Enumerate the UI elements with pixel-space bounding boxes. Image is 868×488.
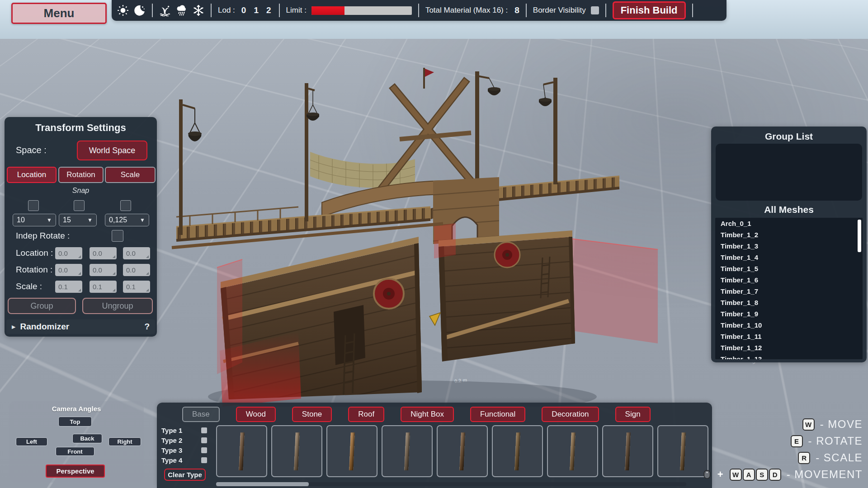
location-z-input[interactable]: 0.0	[123, 247, 150, 259]
scale-z-input[interactable]: 0.1	[123, 281, 150, 293]
rotation-x-input[interactable]: 0.0	[55, 264, 82, 276]
type-checkbox[interactable]	[201, 447, 207, 453]
camera-right-button[interactable]: Right	[108, 437, 141, 446]
mesh-thumbnail[interactable]	[326, 425, 377, 477]
finish-build-button[interactable]: Finish Build	[613, 1, 686, 19]
type-checkbox[interactable]	[201, 457, 207, 463]
divider	[279, 4, 280, 17]
camera-top-button[interactable]: Top	[58, 417, 92, 427]
moon-icon[interactable]	[134, 5, 146, 16]
limit-progress-bar	[311, 6, 412, 15]
camera-left-button[interactable]: Left	[16, 437, 47, 446]
location-x-input[interactable]: 0.0	[55, 247, 82, 259]
tab-location[interactable]: Location	[7, 167, 57, 183]
mesh-thumbnail[interactable]	[547, 425, 598, 477]
plank-image	[514, 432, 520, 470]
mesh-thumbnail[interactable]	[216, 425, 267, 477]
snap-rotation-checkbox[interactable]	[74, 200, 85, 211]
type-checkbox[interactable]	[201, 427, 207, 433]
snap-scale-dropdown[interactable]: 0,125 ▼	[105, 214, 149, 226]
tab-base[interactable]: Base	[182, 407, 220, 422]
mesh-item[interactable]: Timber_1_9	[715, 308, 863, 319]
snap-location-dropdown[interactable]: 10 ▼	[13, 214, 56, 226]
tab-sign[interactable]: Sign	[615, 407, 651, 422]
divider	[526, 4, 527, 17]
mesh-item[interactable]: Timber_1_5	[715, 263, 863, 274]
tab-rotation[interactable]: Rotation	[58, 167, 104, 183]
group-list-box[interactable]	[716, 144, 862, 201]
mesh-item[interactable]: Timber_1_4	[715, 252, 863, 263]
island-icon[interactable]	[159, 5, 171, 16]
mesh-item[interactable]: Timber_1_13	[715, 353, 863, 359]
scale-x-input[interactable]: 0.1	[55, 281, 82, 293]
tab-roof[interactable]: Roof	[348, 407, 384, 422]
mesh-item[interactable]: Timber_1_8	[715, 297, 863, 308]
snap-rotation-dropdown[interactable]: 15 ▼	[59, 214, 97, 226]
limit-label: Limit :	[286, 6, 307, 15]
type-row: Type 3	[161, 445, 207, 455]
menu-button[interactable]: Menu	[11, 3, 107, 24]
tab-wood[interactable]: Wood	[236, 407, 276, 422]
ungroup-button[interactable]: Ungroup	[82, 298, 153, 314]
transform-settings-panel: Transform Settings Space : World Space L…	[5, 117, 157, 337]
type-checkbox[interactable]	[201, 437, 207, 443]
tab-functional[interactable]: Functional	[470, 407, 525, 422]
rotation-z-input[interactable]: 0.0	[123, 264, 150, 276]
mesh-thumbnail[interactable]	[657, 425, 708, 477]
tab-stone[interactable]: Stone	[292, 407, 332, 422]
caret-right-icon: ▶	[12, 324, 15, 330]
snap-location-checkbox[interactable]	[28, 200, 39, 211]
group-button[interactable]: Group	[8, 298, 76, 314]
border-visibility-checkbox[interactable]	[591, 6, 599, 14]
scale-y-input[interactable]: 0.1	[90, 281, 117, 293]
mesh-item[interactable]: Timber_1_12	[715, 342, 863, 353]
tab-scale[interactable]: Scale	[105, 167, 156, 183]
camera-perspective-button[interactable]: Perspective	[46, 465, 105, 478]
mesh-thumbnail[interactable]	[271, 425, 322, 477]
mesh-item[interactable]: Timber_1_2	[715, 229, 863, 240]
snap-scale-checkbox[interactable]	[120, 200, 131, 211]
tab-night-box[interactable]: Night Box	[401, 407, 454, 422]
mesh-item[interactable]: Timber_1_7	[715, 286, 863, 297]
mesh-thumbnail[interactable]	[382, 425, 433, 477]
clear-type-button[interactable]: Clear Type	[164, 469, 206, 481]
mesh-list-scrollbar[interactable]	[858, 220, 861, 252]
rotation-y-input[interactable]: 0.0	[90, 264, 117, 276]
viewport-structure	[163, 45, 705, 407]
key-r: R	[798, 452, 810, 464]
mesh-thumbnail[interactable]	[602, 425, 653, 477]
sun-icon[interactable]	[117, 5, 129, 16]
mesh-thumbnail[interactable]	[492, 425, 543, 477]
mesh-item[interactable]: Timber_1_11	[715, 331, 863, 342]
lod-1-button[interactable]: 1	[254, 5, 259, 15]
camera-back-button[interactable]: Back	[72, 434, 102, 443]
thumbnail-scrollbar-track[interactable]	[216, 482, 686, 486]
randomizer-help-button[interactable]: ?	[144, 322, 150, 332]
hint-label: - ROTATE	[808, 435, 863, 447]
mesh-item[interactable]: Timber_1_10	[715, 319, 863, 331]
type-row: Type 4	[161, 455, 207, 465]
lod-0-button[interactable]: 0	[241, 5, 246, 15]
world-space-button[interactable]: World Space	[77, 141, 147, 160]
plank-image	[625, 432, 631, 470]
mesh-item[interactable]: Timber_1_6	[715, 274, 863, 286]
mesh-list[interactable]: Arch_0_1Timber_1_2Timber_1_3Timber_1_4Ti…	[715, 218, 863, 359]
lod-2-button[interactable]: 2	[266, 5, 271, 15]
tab-decoration[interactable]: Decoration	[542, 407, 599, 422]
mesh-item[interactable]: Timber_1_3	[715, 240, 863, 252]
rain-icon[interactable]	[176, 5, 188, 16]
camera-front-button[interactable]: Front	[56, 447, 94, 456]
location-y-input[interactable]: 0.0	[90, 247, 117, 259]
randomizer-expander[interactable]: ▶ Randomizer ?	[6, 319, 155, 334]
plank-image	[349, 432, 355, 470]
mesh-thumbnail[interactable]	[437, 425, 488, 477]
plank-image	[294, 432, 300, 470]
type-label: Type 1	[161, 427, 201, 434]
mesh-item[interactable]: Arch_0_1	[715, 218, 863, 229]
indep-rotate-checkbox[interactable]	[112, 230, 123, 242]
dropdown-value: 0,125	[109, 216, 127, 224]
thumbnail-scrollbar-thumb[interactable]	[216, 482, 309, 486]
total-material-label: Total Material (Max 16) :	[425, 6, 508, 15]
hint-rotate: E - ROTATE	[791, 435, 863, 447]
snowflake-icon[interactable]	[193, 5, 204, 16]
